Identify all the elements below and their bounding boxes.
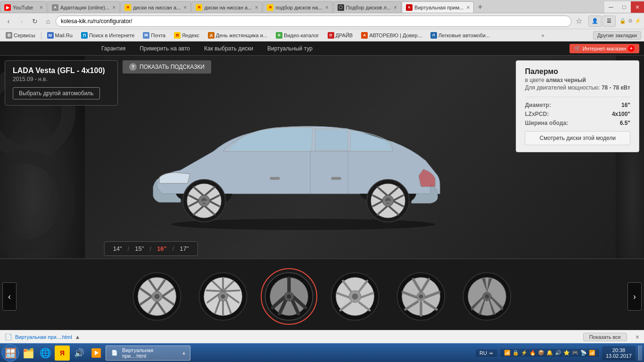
system-icons: 📶 🔒 ⚡ 🔥 📦 🔔 🔊 ⭐ 🎮 📡 📶	[500, 349, 599, 357]
system-tray-icon9: 🎮	[572, 350, 578, 356]
wheel-item-6[interactable]	[459, 268, 515, 325]
bookmark-icon: М	[47, 32, 54, 39]
tab-label: диски на ниссан а...	[204, 5, 252, 10]
tab-podbor[interactable]: Я подбор дисков на... ×	[263, 1, 332, 13]
clock[interactable]: 20:38 13.02.2017	[602, 346, 636, 360]
bookmark-services[interactable]: ⚙ Сервисы	[3, 31, 38, 40]
tab-nissan2[interactable]: Я диски на ниссан а... ×	[191, 1, 262, 13]
nav-guarantee[interactable]: Гарантия	[99, 45, 128, 52]
carousel-right-arrow[interactable]: ›	[627, 282, 642, 311]
tab-nissan1[interactable]: Я диски на ниссан а... ×	[120, 1, 191, 13]
svg-point-91	[419, 294, 423, 298]
tab-close-icon[interactable]: ×	[322, 4, 329, 11]
start-button[interactable]: 🪟	[2, 345, 19, 362]
tab-label: Адаптация (online)...	[60, 5, 109, 10]
wheel-item-3[interactable]	[261, 268, 317, 325]
bookmark-video[interactable]: В Видео-каталог	[273, 31, 322, 40]
wheel-item-5[interactable]	[393, 268, 449, 325]
taskbar-quicklaunch-explorer[interactable]: 🗂️	[21, 346, 36, 361]
chrome-user-button[interactable]: 👤	[588, 16, 602, 27]
bookmark-avtorevyu[interactable]: А АВТОРЕВЮ | Довер...	[358, 31, 425, 40]
forward-button[interactable]: ›	[16, 16, 27, 27]
tab-youtube[interactable]: ▶ YouTube ×	[0, 1, 47, 13]
download-file-name[interactable]: Виртуальная при....html	[15, 334, 72, 340]
spec-diameter: Диаметр: 16"	[525, 102, 630, 108]
power-value: 78 - 78 кВт	[602, 84, 630, 91]
size-option-16[interactable]: 16"	[155, 244, 169, 253]
bookmark-yandex[interactable]: Я Яндекс	[171, 31, 202, 40]
tab-close-icon[interactable]: ×	[252, 4, 258, 11]
bookmark-icon: ✉	[143, 32, 149, 39]
wheel-item-2[interactable]	[195, 268, 251, 325]
maximize-button[interactable]: □	[618, 1, 631, 13]
taskbar-quicklaunch-yandex[interactable]: Я	[55, 346, 70, 361]
download-expand-icon[interactable]: ▲	[75, 334, 81, 340]
svg-point-95	[485, 294, 489, 298]
bookmark-icon: А	[361, 32, 368, 39]
tab-close-icon[interactable]: ×	[109, 4, 116, 11]
tab-adaptacia[interactable]: A Адаптация (online)... ×	[48, 1, 120, 13]
bookmark-label: Яндекс	[182, 33, 199, 38]
bookmark-search[interactable]: П Поиск в Интернете	[78, 31, 137, 40]
wheel-item-1[interactable]	[129, 268, 185, 325]
bookmark-star-button[interactable]: ☆	[573, 16, 585, 27]
spec-lzxpcd: LZxPCD: 4x100"	[525, 111, 630, 117]
size-separator3: /	[173, 245, 174, 252]
system-tray-icon3: ⚡	[521, 350, 528, 356]
tab-close-icon[interactable]: ×	[37, 4, 43, 11]
wheel-items	[0, 268, 644, 325]
show-desktop-button[interactable]	[638, 346, 642, 361]
bookmark-mail[interactable]: ✉ Почта	[140, 31, 168, 40]
bookmark-den[interactable]: Д День жестянщика и...	[205, 31, 270, 40]
home-button[interactable]: ⌂	[42, 16, 54, 27]
tab-podbor2[interactable]: ⬡ Подбор дисков л... ×	[333, 1, 401, 13]
taskbar-quicklaunch-chrome[interactable]: 🌐	[38, 346, 53, 361]
car-svg: LADA	[129, 99, 459, 231]
language-indicator[interactable]: RU	[479, 350, 487, 356]
hint-button[interactable]: ? ПОКАЗАТЬ ПОДСКАЗКИ	[123, 60, 211, 74]
bookmark-drive[interactable]: D ДРАЙВ	[325, 31, 356, 40]
tab-favicon: A	[52, 4, 58, 11]
taskbar-quicklaunch-audio[interactable]: 🔊	[72, 346, 87, 361]
address-input[interactable]	[56, 16, 571, 27]
wheel-specs: Диаметр: 16" LZxPCD: 4x100" Ширина обода…	[525, 97, 630, 126]
chrome-settings-button[interactable]: ☰	[603, 16, 616, 27]
bookmark-label: Mail.Ru	[55, 33, 73, 38]
tab-close-icon[interactable]: ×	[181, 4, 187, 11]
wheel-power: Для двигателей мощностью: 78 - 78 кВт	[525, 84, 630, 91]
close-window-button[interactable]: ×	[631, 1, 644, 13]
size-option-17[interactable]: 17"	[178, 244, 190, 253]
new-tab-button[interactable]: +	[474, 1, 486, 13]
bookmark-legkovye[interactable]: Л Легковые автомоби...	[428, 31, 493, 40]
question-icon: ?	[129, 63, 137, 71]
other-bookmarks-button[interactable]: Другие закладки	[593, 31, 641, 40]
spec-label-lzxpcd: LZxPCD:	[525, 111, 549, 117]
taskbar-quicklaunch-media[interactable]: ▶️	[89, 346, 104, 361]
size-option-14[interactable]: 14"	[111, 244, 124, 253]
svg-point-70	[287, 294, 291, 298]
nav-tryon[interactable]: Примерить на авто	[137, 45, 192, 52]
tab-virtual[interactable]: К Виртуальная прим... ×	[402, 1, 474, 13]
reload-button[interactable]: ↻	[29, 16, 41, 27]
site-navigation: Гарантия Примерить на авто Как выбрать д…	[0, 41, 644, 56]
show-all-downloads-button[interactable]: Показать все	[583, 333, 627, 341]
view-model-button[interactable]: Смотреть диски этой модели	[525, 131, 630, 145]
power-prefix: Для двигателей мощностью:	[525, 84, 600, 91]
download-bar-close-icon[interactable]: ×	[636, 333, 639, 341]
wheel-item-4[interactable]	[327, 268, 383, 325]
bookmark-mailru[interactable]: М Mail.Ru	[44, 31, 75, 40]
cart-button[interactable]: 🛒 Интернет-магазин +	[570, 44, 639, 53]
nav-tour[interactable]: Виртуальный тур	[265, 45, 315, 52]
carousel-left-arrow[interactable]: ‹	[2, 282, 17, 311]
back-button[interactable]: ‹	[3, 16, 14, 27]
size-option-15[interactable]: 15"	[133, 244, 146, 253]
browser-chrome: ▶ YouTube × A Адаптация (online)... × Я …	[0, 0, 644, 41]
tab-close-icon[interactable]: ×	[463, 4, 470, 11]
taskbar-app-virtual[interactable]: 📄 Виртуальная при....html ▲	[106, 346, 190, 361]
nav-howto[interactable]: Как выбрать диски	[202, 45, 256, 52]
bookmarks-more[interactable]: »	[538, 32, 547, 39]
tab-close-icon[interactable]: ×	[391, 4, 397, 11]
taskbar-app-chevron-icon[interactable]: ▲	[182, 350, 186, 355]
minimize-button[interactable]: ─	[604, 1, 618, 13]
download-item: 📄 Виртуальная при....html ▲	[5, 333, 80, 341]
